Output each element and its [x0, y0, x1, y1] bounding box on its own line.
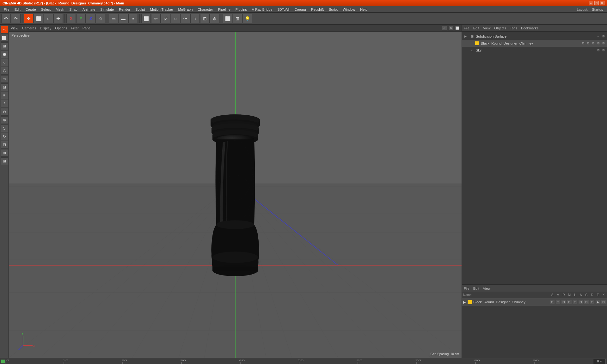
mat-menu-file[interactable]: File [464, 287, 469, 290]
vp-menu-cameras[interactable]: Cameras [22, 26, 36, 30]
mode-cross[interactable]: ✚ [53, 14, 63, 23]
mat-item-tag-4[interactable]: ⊡ [567, 300, 572, 304]
menu-window[interactable]: Window [340, 7, 358, 12]
menu-vraybridge[interactable]: V-Ray Bridge [249, 7, 275, 12]
mat-item-tag-6[interactable]: ⊡ [579, 300, 583, 304]
left-tool-grid[interactable]: ⊞ [1, 157, 8, 165]
obj-bspline[interactable]: ⌇ [190, 14, 200, 23]
maximize-button[interactable]: □ [594, 1, 599, 5]
menu-3dtoall[interactable]: 3DToAll [275, 7, 292, 12]
vp-menu-panel[interactable]: Panel [83, 26, 91, 30]
mat-item-tag-1[interactable]: ⊡ [550, 300, 555, 304]
left-tool-bridge[interactable]: ≡ [1, 92, 8, 99]
close-button[interactable]: ✕ [600, 1, 604, 5]
left-tool-mirror[interactable]: ⊟ [1, 141, 8, 149]
left-tool-smooth[interactable]: S [1, 124, 8, 132]
left-tool-poly-select[interactable]: ⬟ [1, 51, 8, 58]
obj-menu-bookmarks[interactable]: Bookmarks [521, 26, 538, 30]
mat-item-tag-2[interactable]: ⊡ [556, 300, 560, 304]
material-item-row[interactable]: ▶ Black_Round_Designer_Chimney ⊡ ⊡ ⊡ ⊡ ⊡… [462, 298, 607, 306]
vp-menu-view[interactable]: View [11, 26, 18, 30]
obj-tag-vis5[interactable]: ⊡ [601, 41, 606, 46]
obj-menu-view[interactable]: View [483, 26, 491, 30]
redo-button[interactable]: ↷ [11, 14, 21, 23]
left-tool-knife[interactable]: / [1, 100, 8, 107]
render-all[interactable]: ▪ [128, 14, 138, 23]
obj-select[interactable]: ○ [171, 14, 180, 23]
left-tool-line-cut[interactable]: ⊘ [1, 108, 8, 116]
menu-simulate[interactable]: Simulate [98, 7, 116, 12]
display-solid[interactable]: ⬜ [223, 14, 232, 23]
menu-redshift[interactable]: Redshift [309, 7, 326, 12]
axis-y[interactable]: Y [76, 14, 86, 23]
mode-circle[interactable]: ○ [44, 14, 53, 23]
left-tool-live-select[interactable]: ⊞ [1, 42, 8, 50]
obj-tag-check[interactable]: ✓ [596, 34, 601, 39]
left-tool-magnet[interactable]: ⊕ [1, 116, 8, 124]
obj-menu-file[interactable]: File [464, 26, 469, 30]
display-light[interactable]: 💡 [242, 14, 252, 23]
mat-item-tag-10[interactable]: ⊡ [601, 300, 606, 304]
menu-edit[interactable]: Edit [12, 7, 23, 12]
obj-item-subdivision[interactable]: ▶ ⊞ Subdivision Surface ✓ ⊡ [462, 33, 607, 40]
obj-tag-vis2[interactable]: ⊡ [586, 41, 591, 46]
menu-script[interactable]: Script [326, 7, 340, 12]
obj-tag-sky2[interactable]: ⊡ [601, 48, 606, 52]
menu-character[interactable]: Character [195, 7, 215, 12]
render-frame[interactable]: ▬ [119, 14, 128, 23]
vp-menu-display[interactable]: Display [40, 26, 51, 30]
menu-snap[interactable]: Snap [67, 7, 80, 12]
render-region[interactable]: ▭ [109, 14, 118, 23]
obj-menu-objects[interactable]: Objects [494, 26, 506, 30]
left-tool-bevel[interactable]: ▭ [1, 75, 8, 83]
menu-file[interactable]: File [1, 7, 12, 12]
mode-cube[interactable]: ⬜ [34, 14, 43, 23]
vp-maximize[interactable]: ⤢ [442, 26, 447, 31]
viewport-3d[interactable]: .grid-line { stroke: #555; stroke-width:… [9, 32, 462, 358]
menu-plugins[interactable]: Plugins [233, 7, 249, 12]
obj-menu-edit[interactable]: Edit [473, 26, 479, 30]
mode-object[interactable]: ⬡ [96, 14, 105, 23]
left-tool-select-rect[interactable]: ⬜ [1, 34, 8, 42]
mat-menu-view[interactable]: View [483, 287, 491, 290]
vp-snap[interactable]: ⊕ [448, 26, 453, 31]
obj-pencil[interactable]: ✏ [151, 14, 161, 23]
mat-item-tag-8[interactable]: ⊡ [590, 300, 594, 304]
obj-wind[interactable]: 〜 [181, 14, 190, 23]
menu-corona[interactable]: Corona [292, 7, 309, 12]
menu-pipeline[interactable]: Pipeline [216, 7, 233, 12]
menu-select[interactable]: Select [39, 7, 53, 12]
menu-motiontracker[interactable]: Motion Tracker [148, 7, 176, 12]
left-tool-extrude[interactable]: ⬡ [1, 67, 8, 75]
menu-help[interactable]: Help [358, 7, 370, 12]
menu-mograph[interactable]: MoGraph [175, 7, 195, 12]
obj-tag-vis1[interactable]: ⊡ [581, 41, 586, 46]
mat-item-tag-3[interactable]: ⊡ [561, 300, 566, 304]
menu-mesh[interactable]: Mesh [53, 7, 67, 12]
obj-cube[interactable]: ⬜ [141, 14, 151, 23]
timeline-ruler[interactable]: 0 10 20 30 40 50 60 70 80 90 [5, 358, 593, 364]
mat-item-tag-9[interactable]: ▶ [596, 300, 600, 304]
obj-tag-edit[interactable]: ⊡ [601, 34, 606, 39]
layout-value[interactable]: Startup [590, 7, 606, 12]
obj-tag-sky1[interactable]: ⊡ [596, 48, 601, 52]
obj-deform[interactable]: ⊛ [210, 14, 219, 23]
minimize-button[interactable]: – [589, 1, 593, 5]
axis-z[interactable]: Z [86, 14, 95, 23]
display-wire[interactable]: ⊞ [233, 14, 242, 23]
vp-fullscreen[interactable]: ⬜ [455, 26, 460, 31]
left-tool-inner-extrude[interactable]: ⊡ [1, 83, 8, 91]
obj-subdivide[interactable]: ⊞ [200, 14, 210, 23]
mat-item-tag-7[interactable]: ⊡ [584, 300, 589, 304]
undo-button[interactable]: ↶ [1, 14, 11, 23]
obj-item-sky[interactable]: ○ Sky ⊡ ⊡ [462, 47, 607, 54]
left-tool-pointer[interactable]: ↖ [1, 26, 8, 33]
axis-x[interactable]: X [66, 14, 76, 23]
left-tool-array[interactable]: ⊞ [1, 149, 8, 157]
obj-menu-tags[interactable]: Tags [510, 26, 517, 30]
left-tool-rotate-band[interactable]: ↻ [1, 133, 8, 140]
menu-animate[interactable]: Animate [80, 7, 98, 12]
obj-item-chimney[interactable]: Black_Round_Designer_Chimney ⊡ ⊡ ⊡ ⊡ ⊡ [462, 40, 607, 47]
mat-item-tag-5[interactable]: ⊡ [573, 300, 577, 304]
vp-menu-filter[interactable]: Filter [71, 26, 78, 30]
